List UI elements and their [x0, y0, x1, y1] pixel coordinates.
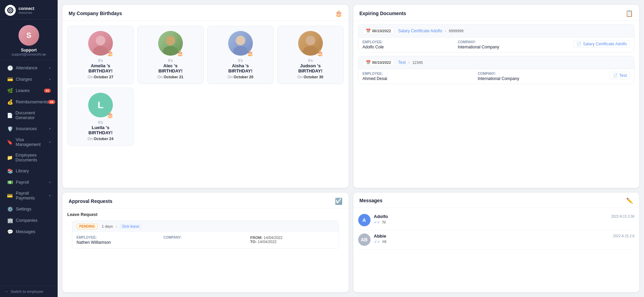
message-name-row: Abbie 2022-8-15 2:6 — [374, 233, 635, 239]
leave-dates: FROM: 14/04/2022 TO: 14/04/2022 — [250, 236, 334, 245]
sidebar-item-charges[interactable]: 💳Charges ▾ — [2, 74, 56, 85]
sidebar-item-label: Library — [16, 169, 29, 173]
birthday-item-alec: 🎂 It's Alec 's BIRTHDAY! On October 21 — [137, 26, 204, 84]
birthday-name: Judson 's — [281, 63, 340, 68]
birthday-date: On October 20 — [211, 75, 270, 79]
logo-name: connect — [19, 6, 34, 11]
birthdays-title: My Company Birthdays — [69, 11, 122, 16]
employee-label: EMPLOYEE: — [77, 236, 161, 239]
leave-type: Sick leave — [120, 224, 142, 229]
sidebar-item-messages[interactable]: 💬Messages — [2, 226, 56, 237]
user-profile: S Support support@connecthr.ae — [0, 20, 58, 60]
message-content-adolfo: Adolfo 2022-8-15 3:36 ✓✓ hi — [374, 214, 635, 226]
svg-point-2 — [10, 10, 11, 11]
svg-point-10 — [306, 36, 315, 45]
leave-request-item: PENDING 1 days › Sick leave EMPLOYEE: Na… — [72, 220, 339, 249]
leaves-badge: 31 — [44, 89, 51, 93]
doc-file-link-1[interactable]: 📄 Salary Certificate Adolfo — [573, 40, 630, 48]
sidebar-item-label: Companies — [16, 218, 37, 223]
expiring-docs-title: Expiring Documents — [360, 11, 406, 16]
doc-employee-info-1: EMPLOYEE: Adolfo Cole — [363, 40, 384, 49]
switch-to-employee-button[interactable]: ↔ Switch to employee — [5, 289, 53, 294]
visa-icon: 🔖 — [7, 139, 13, 145]
doc-id-1: 9999999 — [449, 29, 464, 33]
expiring-documents-card: Expiring Documents 📋 📅 06/10/2022 Salary… — [353, 5, 640, 188]
doc-info-row-1: EMPLOYEE: Adolfo Cole COMPANY: Internati… — [359, 37, 634, 52]
insurance-icon: 🛡️ — [7, 126, 13, 132]
sidebar-item-library[interactable]: 📚Library — [2, 165, 56, 176]
sidebar-item-companies[interactable]: 🏢Companies — [2, 215, 56, 226]
sidebar-item-label: Document Generator — [15, 111, 51, 120]
message-item-abbie: AB Abbie 2022-8-15 2:6 ✓✓ Hi — [358, 230, 635, 250]
doc-type-link-2[interactable]: Test — [398, 60, 406, 65]
messages-header: Messages ✏️ — [353, 193, 640, 208]
message-name-row: Adolfo 2022-8-15 3:36 — [374, 214, 635, 219]
birthday-date: On October 21 — [141, 75, 200, 79]
cake-icon: 🎂 — [107, 50, 114, 56]
birthday-date: On October 30 — [281, 75, 340, 79]
sidebar: connect resources S Support support@conn… — [0, 0, 58, 297]
cake-icon: 🎂 — [247, 50, 254, 56]
sidebar-item-label: Settings — [16, 207, 31, 212]
messages-card: Messages ✏️ A Adolfo 2022-8-15 3:36 ✓✓ h… — [353, 193, 640, 293]
sidebar-item-settings[interactable]: ⚙️Settings — [2, 204, 56, 215]
double-check-icon: ✓✓ — [374, 240, 380, 244]
sidebar-item-payroll[interactable]: 💵Payroll ▾ — [2, 177, 56, 188]
leave-employee: EMPLOYEE: Nathen Williamson — [77, 236, 161, 245]
doc-id-2: 12345 — [412, 60, 423, 65]
doc-file-link-2[interactable]: 📄 Test — [610, 72, 630, 79]
message-text-adolfo: ✓✓ hi — [374, 220, 635, 225]
approval-check-icon: ☑️ — [335, 197, 342, 205]
message-time-abbie: 2022-8-15 2:6 — [613, 234, 634, 238]
sidebar-item-leaves[interactable]: 🌿Leaves 31 — [2, 85, 56, 96]
leave-request-body: EMPLOYEE: Nathen Williamson COMPANY: FRO… — [72, 232, 339, 248]
birthday-label: BIRTHDAY! — [71, 130, 130, 135]
doc-date-badge-1: 📅 06/10/2022 — [363, 27, 394, 34]
attendance-icon: 🕐 — [7, 65, 13, 71]
birthday-item-amelia: 🎂 It's Amelia 's BIRTHDAY! On October 27 — [67, 26, 134, 84]
chevron-icon: ▾ — [49, 140, 51, 144]
user-email: support@connecthr.ae — [12, 53, 46, 56]
approval-requests-card: Approval Requests ☑️ Leave Request PENDI… — [62, 193, 349, 293]
calendar-icon: 📅 — [366, 60, 371, 65]
svg-point-9 — [233, 46, 248, 56]
employee-name: Nathen Williamson — [77, 240, 161, 245]
svg-point-4 — [93, 46, 108, 56]
svg-point-11 — [303, 46, 318, 56]
leaves-icon: 🌿 — [7, 88, 13, 93]
birthday-name: Amelia 's — [71, 63, 130, 68]
emp-docs-icon: 📁 — [7, 155, 13, 160]
sidebar-item-document-generator[interactable]: 📄Document Generator — [2, 108, 56, 123]
avatar: S — [19, 25, 39, 46]
sidebar-item-attendance[interactable]: 🕐Attendance ▾ — [2, 62, 56, 73]
svg-point-3 — [96, 36, 105, 45]
birthday-date: On October 27 — [71, 75, 130, 79]
payroll-payments-icon: 💳 — [7, 193, 13, 198]
edit-icon[interactable]: ✏️ — [626, 197, 633, 204]
sidebar-item-employees-documents[interactable]: 📁Employees Documents — [2, 150, 56, 165]
sidebar-item-payroll-payments[interactable]: 💳Payroll Payments ▾ — [2, 188, 56, 203]
birthday-item-judson: 🎂 It's Judson 's BIRTHDAY! On October 30 — [277, 26, 344, 84]
doc-date-1: 06/10/2022 — [372, 29, 391, 33]
company-label: COMPANY: — [458, 40, 499, 44]
doc-type-link-1[interactable]: Salary Certificate Adolfo — [398, 28, 442, 33]
switch-icon: ↔ — [5, 289, 9, 294]
birthday-name: Luella 's — [71, 125, 130, 130]
user-name: Support — [21, 48, 37, 53]
sidebar-item-reimbursements[interactable]: 💰Reimbursements 45 — [2, 96, 56, 107]
doc-info-row-2: EMPLOYEE: Ahmed Desai COMPANY: Internati… — [359, 69, 634, 84]
chevron-icon: ▾ — [49, 66, 51, 70]
message-time-adolfo: 2022-8-15 3:36 — [611, 215, 634, 218]
sidebar-item-visa-management[interactable]: 🔖Visa Management ▾ — [2, 135, 56, 150]
doc-employee-info-2: EMPLOYEE: Ahmed Desai — [363, 72, 387, 81]
birthday-name: Aisha 's — [211, 63, 270, 68]
leave-request-label: Leave Request — [67, 212, 344, 217]
leave-request-header: PENDING 1 days › Sick leave — [72, 221, 339, 232]
sidebar-item-insurances[interactable]: 🛡️Insurances ▾ — [2, 123, 56, 134]
messages-title: Messages — [360, 198, 383, 203]
calendar-icon: 📅 — [366, 28, 371, 33]
main-content: My Company Birthdays 🎂 🎂 It's Amelia 's … — [58, 0, 644, 297]
charges-icon: 💳 — [7, 77, 13, 82]
message-text-abbie: ✓✓ Hi — [374, 239, 635, 244]
birthdays-card: My Company Birthdays 🎂 🎂 It's Amelia 's … — [62, 5, 349, 188]
